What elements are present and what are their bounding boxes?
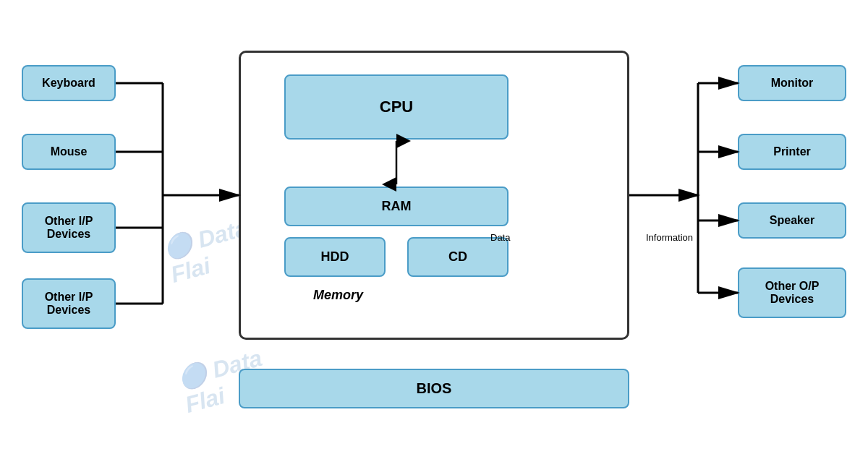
other-op-label: Other O/PDevices	[765, 280, 820, 306]
printer-label: Printer	[773, 145, 811, 158]
data-label: Data	[490, 232, 510, 243]
other-op-box: Other O/PDevices	[738, 267, 846, 318]
cpu-box: CPU	[284, 74, 509, 140]
other-ip-2-box: Other I/PDevices	[22, 278, 116, 329]
monitor-box: Monitor	[738, 65, 846, 101]
information-label: Information	[646, 232, 693, 243]
ram-box: RAM	[284, 187, 509, 226]
printer-box: Printer	[738, 134, 846, 170]
memory-label: Memory	[313, 288, 363, 303]
keyboard-label: Keyboard	[42, 77, 95, 90]
speaker-box: Speaker	[738, 202, 846, 239]
mouse-box: Mouse	[22, 134, 116, 170]
keyboard-box: Keyboard	[22, 65, 116, 101]
cd-label: CD	[448, 249, 467, 265]
bios-label: BIOS	[417, 380, 452, 397]
monitor-label: Monitor	[771, 77, 814, 90]
cd-box: CD	[407, 237, 509, 277]
other-ip-1-label: Other I/PDevices	[45, 215, 93, 241]
hdd-box: HDD	[284, 237, 386, 277]
mouse-label: Mouse	[51, 145, 88, 158]
ram-label: RAM	[382, 199, 412, 214]
bios-box: BIOS	[239, 369, 629, 408]
cpu-label: CPU	[380, 98, 413, 116]
speaker-label: Speaker	[770, 214, 814, 227]
main-computer-box: CPU RAM HDD CD Memory Data Information	[239, 51, 629, 340]
diagram-container: 🔵 DataFlai 🔵 DataFlai 🔵 DataFlai Keyboar…	[0, 0, 868, 454]
other-ip-1-box: Other I/PDevices	[22, 202, 116, 253]
other-ip-2-label: Other I/PDevices	[45, 291, 93, 317]
hdd-label: HDD	[321, 249, 349, 265]
